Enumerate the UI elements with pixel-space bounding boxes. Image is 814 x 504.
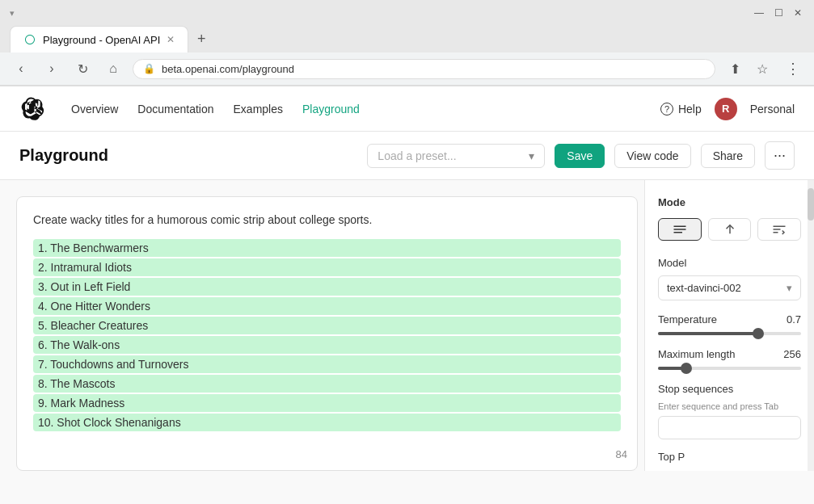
site-header-right: ? Help R Personal <box>660 98 795 120</box>
list-item: 9. Mark Madness <box>33 394 621 412</box>
list-item: 1. The Benchwarmers <box>33 239 621 257</box>
list-item: 3. Out in Left Field <box>33 278 621 296</box>
help-label: Help <box>678 103 702 116</box>
restore-button[interactable]: ☐ <box>772 6 785 19</box>
tab-bar: Playground - OpenAI API ✕ + <box>0 26 814 52</box>
model-chevron-icon: ▾ <box>787 282 792 294</box>
browser-menu-button[interactable]: ⋮ <box>782 57 804 80</box>
sidebar: Mode <box>644 180 814 471</box>
mode-complete-button[interactable] <box>658 218 702 241</box>
mode-section-label: Mode <box>658 196 801 208</box>
temperature-value: 0.7 <box>787 313 801 326</box>
max-length-label: Maximum length 256 <box>658 348 801 360</box>
title-bar: ▾ — ☐ ✕ <box>0 0 814 26</box>
close-button[interactable]: ✕ <box>791 6 804 19</box>
tab-close-button[interactable]: ✕ <box>167 34 175 45</box>
max-length-track <box>658 367 801 370</box>
model-value: text-davinci-002 <box>667 282 741 294</box>
site-header: Overview Documentation Examples Playgrou… <box>0 86 814 132</box>
openai-logo-icon <box>19 96 45 122</box>
model-select[interactable]: text-davinci-002 ▾ <box>658 275 801 300</box>
address-input[interactable] <box>162 63 705 75</box>
stop-sequences-input[interactable] <box>658 416 801 439</box>
max-length-thumb[interactable] <box>681 363 692 374</box>
token-count: 84 <box>616 448 627 460</box>
stop-sequences-sublabel: Enter sequence and press Tab <box>658 401 801 411</box>
list-item: 8. The Mascots <box>33 375 621 393</box>
list-item: 4. One Hitter Wonders <box>33 297 621 315</box>
insert-mode-icon <box>723 224 737 235</box>
prompt-box: Create wacky titles for a humorous comic… <box>16 196 638 471</box>
address-bar-actions: ⬆ ☆ <box>723 57 774 80</box>
active-tab[interactable]: Playground - OpenAI API ✕ <box>10 26 188 52</box>
share-page-button[interactable]: ⬆ <box>723 57 746 80</box>
view-code-button[interactable]: View code <box>614 144 690 168</box>
share-button[interactable]: Share <box>701 144 755 168</box>
max-length-value: 256 <box>783 348 801 360</box>
temperature-track <box>658 332 801 335</box>
address-bar: ‹ › ↻ ⌂ 🔒 ⬆ ☆ ⋮ <box>0 52 814 86</box>
chevron-down-icon: ▾ <box>529 149 534 162</box>
save-button[interactable]: Save <box>555 144 605 168</box>
help-button[interactable]: ? Help <box>660 103 702 116</box>
stop-sequences-label: Stop sequences <box>658 383 801 395</box>
playground-toolbar: Playground Load a preset... ▾ Save View … <box>0 132 814 180</box>
forward-button[interactable]: › <box>40 57 63 80</box>
content-area: Create wacky titles for a humorous comic… <box>0 180 644 471</box>
reload-button[interactable]: ↻ <box>71 57 94 80</box>
mode-buttons <box>658 218 801 241</box>
list-item: 7. Touchdowns and Turnovers <box>33 355 621 373</box>
mode-insert-button[interactable] <box>708 218 752 241</box>
scrollbar-thumb <box>808 188 814 220</box>
lock-icon: 🔒 <box>143 63 155 74</box>
output-list: 1. The Benchwarmers2. Intramural Idiots3… <box>33 239 621 431</box>
mode-edit-button[interactable] <box>757 218 801 241</box>
scrollbar[interactable] <box>808 180 814 471</box>
bookmark-button[interactable]: ☆ <box>751 57 774 80</box>
back-button[interactable]: ‹ <box>10 57 32 80</box>
list-item: 2. Intramural Idiots <box>33 258 621 276</box>
model-label: Model <box>658 257 801 269</box>
nav-playground[interactable]: Playground <box>302 103 360 116</box>
avatar: R <box>715 98 737 120</box>
nav-examples[interactable]: Examples <box>234 103 283 116</box>
list-item: 5. Bleacher Creatures <box>33 317 621 334</box>
prompt-instruction: Create wacky titles for a humorous comic… <box>33 213 621 226</box>
address-input-wrap: 🔒 <box>133 59 715 79</box>
load-preset-dropdown[interactable]: Load a preset... ▾ <box>367 144 545 168</box>
more-options-button[interactable]: ··· <box>765 141 795 170</box>
minimize-button[interactable]: — <box>753 6 765 19</box>
tab-title: Playground - OpenAI API <box>43 34 160 46</box>
title-bar-controls: ▾ <box>10 8 15 19</box>
edit-mode-icon <box>772 224 787 235</box>
nav-documentation[interactable]: Documentation <box>137 103 213 116</box>
new-tab-button[interactable]: + <box>192 30 211 49</box>
temperature-label: Temperature 0.7 <box>658 313 801 326</box>
temperature-thumb[interactable] <box>753 328 764 339</box>
nav-overview[interactable]: Overview <box>71 103 118 116</box>
help-circle-icon: ? <box>660 103 673 116</box>
temperature-fill <box>658 332 758 335</box>
playground-page-title: Playground <box>19 146 108 165</box>
list-item: 6. The Walk-ons <box>33 336 621 354</box>
tab-favicon-icon <box>23 33 36 46</box>
top-p-label: Top P <box>658 451 801 463</box>
complete-mode-icon <box>673 224 687 235</box>
site-nav: Overview Documentation Examples Playgrou… <box>71 103 360 116</box>
home-button[interactable]: ⌂ <box>102 57 124 80</box>
list-item: 10. Shot Clock Shenanigans <box>33 414 621 431</box>
preset-placeholder: Load a preset... <box>377 149 456 162</box>
personal-label: Personal <box>750 103 795 116</box>
